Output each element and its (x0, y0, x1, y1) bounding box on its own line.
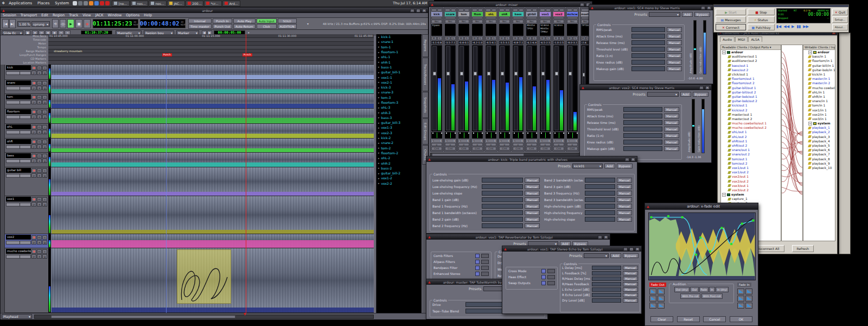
strip-comments-button[interactable]: Cmt (486, 147, 496, 151)
automation-mode-button[interactable]: Manual (623, 287, 638, 292)
region-list-item[interactable]: guitar_bill-1 (376, 70, 422, 74)
play-range-button[interactable]: ◁▷ (60, 19, 66, 28)
automation-mode-button[interactable]: Manual (525, 178, 540, 183)
strip-name[interactable]: snare (445, 12, 456, 16)
track-name[interactable]: floortom (6, 109, 31, 114)
track-mute-button[interactable]: m (37, 168, 42, 173)
strip-menu-button[interactable] (553, 9, 559, 11)
add-preset-button[interactable]: Add (680, 92, 691, 97)
port-row[interactable]: master/out 1 (721, 112, 781, 117)
strip-meter-point-button[interactable] (464, 9, 470, 11)
strip-solo-button[interactable]: S (519, 36, 524, 40)
strip-mute-button[interactable]: M (486, 36, 491, 40)
region-list-item[interactable]: guitar_bill-3 (376, 120, 422, 125)
track-rec-button[interactable] (31, 154, 36, 158)
port-row[interactable]: guitar-bill/out 1 (721, 86, 781, 90)
taskbar-item[interactable]: Ard... (222, 1, 240, 7)
param-slider[interactable]: 0.000 (482, 217, 523, 222)
strip-mute-button[interactable]: M (553, 36, 559, 40)
automation-mode-button[interactable]: Manual (664, 107, 679, 112)
transport-option-button[interactable]: AUDITION (278, 24, 297, 29)
mixer-strip[interactable]: ftom Rec MS -4.2-1.0 LR o Cmt (471, 8, 484, 152)
track-mute-button[interactable]: m (37, 81, 42, 85)
region-bar[interactable] (52, 104, 374, 108)
track-name[interactable]: tom (6, 95, 31, 99)
checkbox[interactable] (541, 281, 546, 285)
param-slider[interactable]: 0.000 (592, 266, 621, 270)
strip-comments-button[interactable]: Cmt (445, 147, 456, 151)
region-bar[interactable] (52, 134, 374, 138)
region-bar[interactable] (52, 162, 374, 167)
track-lane[interactable] (48, 109, 374, 124)
strip-solo-button[interactable]: S (505, 36, 510, 40)
strip-mute-button[interactable]: M (526, 36, 532, 40)
region-bar[interactable] (52, 240, 374, 248)
roll-button[interactable]: With Pre-roll (680, 293, 700, 299)
track-gain-slider[interactable] (6, 241, 31, 244)
track-solo-button[interactable]: s (42, 197, 47, 202)
track-rec-button[interactable] (31, 81, 36, 85)
strip-pan-slider[interactable]: LR (567, 139, 578, 142)
strip-panner[interactable] (567, 132, 578, 139)
param-slider[interactable]: 1.000 (482, 210, 523, 215)
close-icon[interactable]: ✕ (604, 235, 608, 239)
param-slider[interactable]: 0.245 (482, 223, 523, 228)
strip-solo-button[interactable]: S (573, 36, 578, 40)
track-solo-button[interactable]: s (42, 168, 47, 173)
track-lane[interactable] (48, 196, 374, 234)
editor-titlebar[interactable]: ▲ ardour — □ ✕ (1, 8, 428, 13)
track-automation-button[interactable]: a (37, 145, 42, 149)
port-row[interactable]: ohL/out 2 (721, 135, 781, 139)
port-row[interactable]: kick/out 1 (721, 103, 781, 108)
port-row[interactable]: system (721, 192, 781, 197)
track-playlist-button[interactable]: p (31, 159, 36, 163)
region-list-item[interactable]: vox1-2 (376, 175, 422, 180)
port-row[interactable]: capture_1 (721, 197, 781, 201)
track-mute-button[interactable]: m (37, 235, 42, 240)
track-automation-button[interactable]: a (37, 86, 42, 90)
port-row[interactable]: vox3/out 1 (721, 184, 781, 188)
port-row[interactable]: auditioner/out 1 (721, 54, 781, 59)
transport-option-button[interactable]: Punch Out (213, 24, 232, 29)
menu-item[interactable]: Window (106, 13, 124, 17)
strip-plugin-list[interactable] (513, 24, 524, 36)
param-slider[interactable]: 16.000 (592, 277, 621, 281)
param-slider[interactable]: 0.500 (482, 191, 523, 196)
strip-panner[interactable] (486, 132, 496, 139)
menu-places[interactable]: Places (36, 1, 51, 5)
strip-solo-button[interactable]: S (532, 36, 538, 40)
automation-mode-button[interactable]: Manual (667, 40, 682, 45)
strip-plugin-list[interactable]: Trpass (431, 24, 442, 36)
automation-mode-button[interactable]: Manual (667, 66, 682, 71)
track-mute-button[interactable]: m (37, 140, 42, 144)
region-bar[interactable] (52, 118, 374, 123)
track-header[interactable]: floortom m s p a g (5, 109, 48, 124)
transport-option-button[interactable]: Auto Return (233, 24, 256, 29)
track-name[interactable]: snare (6, 80, 31, 85)
region-list-item[interactable]: vox1-3 (376, 125, 422, 130)
track-header[interactable]: ohR m s p a g (5, 139, 48, 153)
strip-rec-button[interactable]: Rec (513, 20, 524, 23)
preset-combo[interactable]: kick01▾ (572, 164, 603, 168)
strip-comments-button[interactable]: Cmt (431, 147, 442, 151)
track-group-button[interactable]: g (42, 100, 47, 104)
fade-out-preset-button[interactable] (649, 303, 656, 309)
add-preset-button[interactable]: Add (604, 164, 615, 168)
automation-mode-button[interactable]: Manual (664, 146, 679, 151)
automation-mode-button[interactable]: Manual (617, 204, 632, 209)
connections-tab[interactable]: ALSA (748, 36, 762, 42)
audition-button[interactable]: Out (dry) (674, 287, 690, 292)
track-automation-button[interactable]: a (37, 173, 42, 178)
strip-solo-button[interactable]: S (451, 36, 456, 40)
track-playlist-button[interactable]: p (31, 130, 36, 134)
strip-pan-slider[interactable]: LR (431, 139, 442, 142)
strip-group-button[interactable] (458, 17, 469, 19)
track-header[interactable]: guitar bill m s p a g (5, 167, 48, 196)
track-playlist-button[interactable]: p (31, 173, 36, 178)
param-slider[interactable]: 1.500 (631, 34, 665, 39)
strip-meter-point-button[interactable] (478, 9, 483, 11)
launcher-icon[interactable] (73, 1, 77, 5)
strip-rec-button[interactable]: Rec (445, 20, 456, 23)
fade-in-preset-button[interactable] (745, 289, 752, 294)
strip-menu-button[interactable] (540, 9, 545, 11)
